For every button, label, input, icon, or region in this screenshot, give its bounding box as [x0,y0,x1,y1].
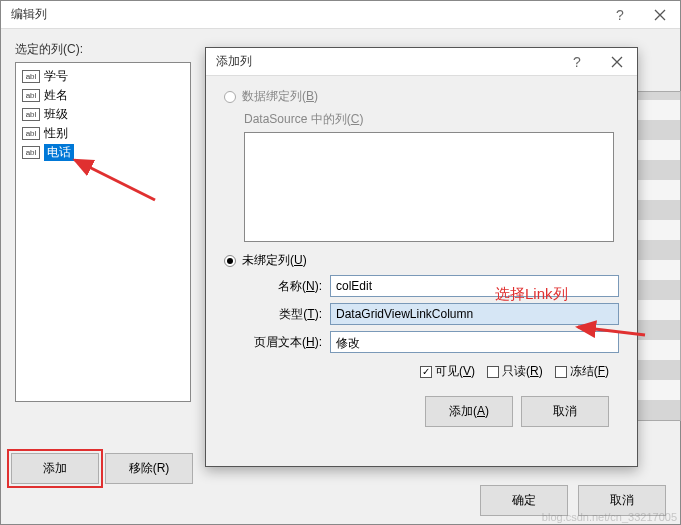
text-column-icon: abl [22,127,40,140]
list-item[interactable]: abl 性别 [20,124,186,143]
inner-add-button[interactable]: 添加(A) [425,396,513,427]
header-text-label: 页眉文本(H): [244,334,322,351]
datasource-columns-list [244,132,614,242]
checkbox-icon [555,366,567,378]
list-item[interactable]: abl 学号 [20,67,186,86]
frozen-checkbox[interactable]: 冻结(F) [555,363,609,380]
radio-icon [224,255,236,267]
inner-titlebar: 添加列 ? [206,48,637,76]
list-item[interactable]: abl 姓名 [20,86,186,105]
visible-checkbox[interactable]: 可见(V) [420,363,475,380]
close-icon[interactable] [640,9,680,21]
text-column-icon: abl [22,89,40,102]
bound-column-label: 数据绑定列(B) [242,88,318,105]
visible-label: 可见(V) [435,363,475,380]
readonly-label: 只读(R) [502,363,543,380]
type-label: 类型(T): [244,306,322,323]
list-item-label: 性别 [44,125,68,142]
add-button[interactable]: 添加 [11,453,99,484]
name-input[interactable]: colEdit [330,275,619,297]
columns-list[interactable]: abl 学号 abl 姓名 abl 班级 abl 性别 abl 电话 [15,62,191,402]
name-label: 名称(N): [244,278,322,295]
close-icon[interactable] [597,56,637,68]
watermark: blog.csdn.net/cn_33217005 [542,511,677,523]
text-column-icon: abl [22,108,40,121]
radio-icon [224,91,236,103]
list-item-label: 班级 [44,106,68,123]
inner-cancel-button[interactable]: 取消 [521,396,609,427]
help-icon[interactable]: ? [557,54,597,70]
unbound-column-label: 未绑定列(U) [242,252,307,269]
frozen-label: 冻结(F) [570,363,609,380]
unbound-column-radio[interactable]: 未绑定列(U) [224,252,619,269]
outer-title: 编辑列 [11,6,600,23]
inner-title: 添加列 [216,53,557,70]
list-item[interactable]: abl 电话 [20,143,186,162]
header-text-input[interactable]: 修改 [330,331,619,353]
checkbox-icon [487,366,499,378]
list-item-label: 电话 [44,144,74,161]
help-icon[interactable]: ? [600,7,640,23]
outer-titlebar: 编辑列 ? [1,1,680,29]
readonly-checkbox[interactable]: 只读(R) [487,363,543,380]
text-column-icon: abl [22,70,40,83]
datasource-label: DataSource 中的列(C) [244,111,619,128]
type-dropdown[interactable]: DataGridViewLinkColumn [330,303,619,325]
checkbox-icon [420,366,432,378]
list-item[interactable]: abl 班级 [20,105,186,124]
remove-button[interactable]: 移除(R) [105,453,193,484]
bound-column-radio: 数据绑定列(B) [224,88,619,105]
list-item-label: 姓名 [44,87,68,104]
add-column-dialog: 添加列 ? 数据绑定列(B) DataSource 中的列(C) 未绑定列(U)… [205,47,638,467]
text-column-icon: abl [22,146,40,159]
list-item-label: 学号 [44,68,68,85]
